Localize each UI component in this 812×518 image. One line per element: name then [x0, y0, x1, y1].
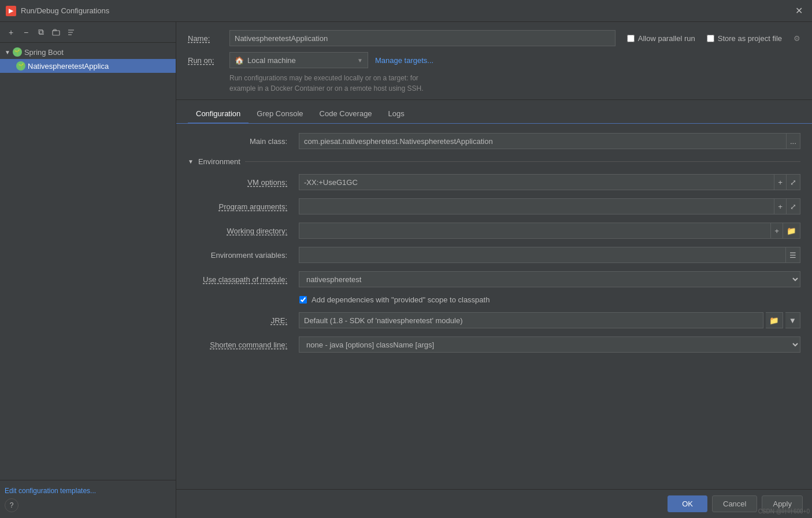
config-item-label: NativespheretestApplica [28, 62, 109, 71]
program-arguments-expand-button[interactable]: + [774, 198, 787, 214]
tab-grep-console[interactable]: Grep Console [249, 105, 311, 124]
help-button[interactable]: ? [5, 498, 18, 512]
add-dependencies-checkbox[interactable] [299, 296, 307, 304]
program-arguments-input[interactable] [299, 198, 774, 214]
main-class-browse-button[interactable]: ... [787, 133, 800, 149]
tree-item-nativespheretest[interactable]: 🌱 NativespheretestApplica [0, 59, 176, 73]
left-panel: + − ⧉ ▼ 🌱 Spring Boot [0, 22, 176, 518]
classpath-module-select[interactable]: nativespheretest [299, 271, 800, 287]
dialog-title: Run/Debug Configurations [21, 6, 792, 15]
add-dependencies-label[interactable]: Add dependencies with "provided" scope t… [312, 295, 490, 304]
run-on-select[interactable]: 🏠 Local machine ▼ [229, 52, 368, 68]
section-divider [245, 161, 800, 162]
spring-boot-icon: 🌱 [13, 47, 22, 57]
working-directory-row: Working directory: + 📁 [188, 223, 800, 239]
spring-boot-group[interactable]: ▼ 🌱 Spring Boot [0, 45, 176, 59]
environment-variables-label: Environment variables: [188, 251, 292, 260]
left-bottom: Edit configuration templates... ? [0, 480, 176, 518]
tree-section: ▼ 🌱 Spring Boot 🌱 NativespheretestApplic… [0, 43, 176, 480]
store-as-project-label[interactable]: Store as project file [707, 34, 782, 43]
program-arguments-row: Program arguments: + ⤢ [188, 198, 800, 214]
right-panel: Name: Allow parallel run Store as projec… [176, 22, 812, 518]
main-class-row: Main class: ... [188, 133, 800, 149]
environment-variables-row: Environment variables: ☰ [188, 247, 800, 263]
main-class-label: Main class: [188, 137, 292, 146]
program-arguments-fullscreen-button[interactable]: ⤢ [787, 198, 800, 214]
name-input[interactable] [229, 30, 616, 46]
dropdown-arrow-icon: ▼ [357, 57, 363, 64]
working-directory-input[interactable] [299, 223, 771, 239]
config-content: Main class: ... ▼ Environment VM options… [176, 124, 812, 489]
config-header: Name: Allow parallel run Store as projec… [176, 22, 812, 100]
working-directory-input-group: + 📁 [299, 223, 800, 239]
environment-chevron-icon[interactable]: ▼ [188, 158, 194, 165]
group-chevron-icon: ▼ [5, 49, 10, 56]
ok-button[interactable]: OK [668, 495, 707, 512]
classpath-row: Use classpath of module: nativespheretes… [188, 271, 800, 287]
vm-options-input-group: + ⤢ [299, 174, 800, 190]
watermark: CSDN @叶叶600+0 [758, 508, 810, 516]
jre-row: JRE: 📁 ▼ [188, 312, 800, 328]
name-and-options-row: Name: Allow parallel run Store as projec… [188, 30, 800, 46]
shorten-command-row: Shorten command line: none - java [optio… [188, 336, 800, 353]
options-part: Allow parallel run Store as project file… [627, 34, 800, 43]
working-directory-browse-button[interactable]: 📁 [783, 223, 800, 239]
app-icon: ▶ [6, 6, 16, 16]
config-item-icon: 🌱 [16, 61, 25, 71]
program-arguments-label: Program arguments: [188, 202, 292, 211]
environment-section-title: Environment [198, 157, 240, 166]
cancel-button[interactable]: Cancel [712, 495, 757, 512]
folder-config-button[interactable] [50, 26, 62, 39]
gear-icon[interactable]: ⚙ [794, 34, 800, 43]
edit-templates-link[interactable]: Edit configuration templates... [5, 487, 96, 495]
tabs-bar: Configuration Grep Console Code Coverage… [176, 105, 812, 124]
classpath-label: Use classpath of module: [188, 275, 292, 284]
left-toolbar: + − ⧉ [0, 22, 176, 43]
manage-targets-link[interactable]: Manage targets... [375, 56, 433, 65]
environment-variables-edit-button[interactable]: ☰ [786, 247, 800, 263]
vm-options-label: VM options: [188, 178, 292, 187]
vm-options-input[interactable] [299, 174, 774, 190]
vm-options-expand-button[interactable]: + [774, 174, 787, 190]
vm-options-fullscreen-button[interactable]: ⤢ [787, 174, 800, 190]
program-arguments-input-group: + ⤢ [299, 198, 800, 214]
environment-variables-input-group: ☰ [299, 247, 800, 263]
tab-configuration[interactable]: Configuration [188, 105, 249, 124]
shorten-command-label: Shorten command line: [188, 341, 292, 349]
environment-variables-input[interactable] [299, 247, 786, 263]
name-part: Name: [188, 30, 616, 46]
allow-parallel-checkbox[interactable] [627, 35, 635, 42]
add-config-button[interactable]: + [5, 26, 17, 39]
close-button[interactable]: ✕ [792, 4, 806, 17]
jre-dropdown-button[interactable]: ▼ [785, 312, 800, 328]
jre-label: JRE: [188, 316, 292, 325]
shorten-command-select[interactable]: none - java [options] className [args] [299, 336, 800, 353]
working-directory-expand-button[interactable]: + [771, 223, 783, 239]
store-as-project-checkbox[interactable] [707, 35, 714, 42]
sort-config-button[interactable] [65, 26, 77, 39]
working-directory-label: Working directory: [188, 227, 292, 235]
home-icon: 🏠 [235, 56, 244, 65]
main-class-input-group: ... [299, 133, 800, 149]
group-label: Spring Boot [24, 48, 64, 57]
svg-rect-0 [53, 31, 60, 35]
run-on-label: Run on: [188, 56, 223, 65]
title-bar: ▶ Run/Debug Configurations ✕ [0, 0, 812, 22]
tab-code-coverage[interactable]: Code Coverage [312, 105, 380, 124]
run-on-description: Run configurations may be executed local… [229, 73, 800, 94]
vm-options-row: VM options: + ⤢ [188, 174, 800, 190]
jre-browse-button[interactable]: 📁 [766, 312, 783, 328]
name-label: Name: [188, 34, 223, 43]
add-dependencies-row: Add dependencies with "provided" scope t… [299, 295, 800, 304]
remove-config-button[interactable]: − [20, 26, 32, 39]
environment-section-header: ▼ Environment [188, 157, 800, 166]
allow-parallel-label[interactable]: Allow parallel run [627, 34, 695, 43]
main-class-input[interactable] [299, 133, 787, 149]
main-layout: + − ⧉ ▼ 🌱 Spring Boot [0, 22, 812, 518]
jre-input[interactable] [299, 312, 763, 328]
run-on-value: Local machine [247, 56, 296, 65]
tab-logs[interactable]: Logs [380, 105, 413, 124]
run-on-row: Run on: 🏠 Local machine ▼ Manage targets… [188, 52, 800, 68]
footer: OK Cancel Apply [176, 489, 812, 518]
copy-config-button[interactable]: ⧉ [35, 26, 47, 39]
